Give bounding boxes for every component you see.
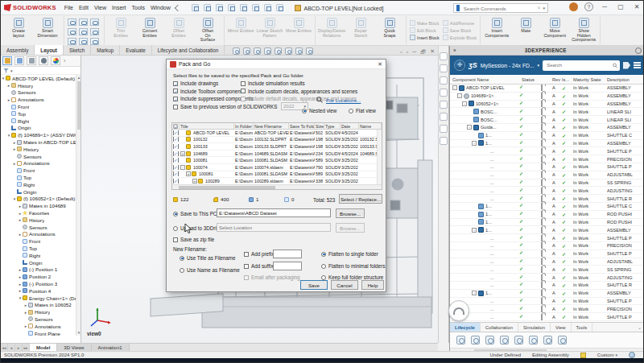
panel-menu-icon[interactable] <box>634 62 641 68</box>
zoom-fit-icon[interactable] <box>233 47 240 55</box>
ribbon-button[interactable]: Move Component <box>540 16 569 44</box>
panel-search-input[interactable] <box>545 62 611 68</box>
component-row[interactable]: ... A ✓ In Work ADJUSTING <box>450 187 644 195</box>
row-checkbox[interactable] <box>173 151 179 156</box>
save-zip-checkbox[interactable]: Save as zip file <box>173 237 214 242</box>
mate-icon[interactable] <box>521 18 531 28</box>
panel-gear-icon[interactable] <box>635 47 642 54</box>
bookmark-database-icon[interactable] <box>471 336 480 344</box>
menu-item[interactable]: View <box>94 5 106 10</box>
commandmanager-tab[interactable]: Evaluate <box>120 45 152 55</box>
file-explorer-icon[interactable] <box>440 101 448 109</box>
radio-icon[interactable] <box>302 109 307 113</box>
browse-button[interactable]: Browse... <box>336 208 365 218</box>
radio-icon[interactable] <box>349 109 353 113</box>
row-expand-icon[interactable]: + <box>186 171 191 176</box>
spline-icon[interactable] <box>90 28 99 35</box>
component-row[interactable]: 1... A ✓ In Work ROD PUSHI <box>450 211 644 219</box>
radio-icon[interactable] <box>321 264 326 269</box>
doc-restore-icon[interactable]: 🗗 <box>420 49 426 55</box>
featuremanager-tab-icon[interactable] <box>2 56 12 65</box>
tree-item[interactable]: Front <box>1 103 80 110</box>
arc-icon[interactable] <box>90 19 99 26</box>
component-row[interactable]: 1... A ✓ In Work SHUTTLE C <box>450 203 644 211</box>
cancel-button[interactable]: Cancel <box>331 280 358 290</box>
tree-item[interactable]: Origin <box>1 125 80 132</box>
component-row[interactable]: BOSC... A ✓ In Work LINEAR SLI <box>450 116 644 124</box>
component-row[interactable]: - 1... A ✓ In Work ASSEMBLY <box>450 226 644 234</box>
nested-view-radio[interactable]: Nested view <box>302 108 336 113</box>
help-button[interactable]: Help <box>361 280 384 290</box>
restore-button[interactable]: ▢ <box>616 3 625 10</box>
tree-item[interactable]: ▾ (f) 106052<1> (Default) <Al <box>1 196 80 203</box>
tree-expand-icon[interactable]: ▸ <box>18 211 23 216</box>
rectangle-icon[interactable] <box>68 28 76 35</box>
tree-item[interactable]: Origin <box>1 188 80 196</box>
component-row[interactable]: - 1... A ✓ In Work ASSEMBLY <box>450 140 644 148</box>
panel-tab[interactable]: Lifecycle <box>450 323 481 332</box>
tree-item[interactable]: Top <box>1 245 80 252</box>
display-delete-relations-icon[interactable] <box>327 18 337 28</box>
commandmanager-tab[interactable]: Markup <box>91 45 120 55</box>
checkbox-icon[interactable] <box>241 97 246 101</box>
table-row[interactable]: - 100074 E:\Datum100074.sldasmE:\Dataset… <box>172 164 382 171</box>
home-icon[interactable] <box>440 64 448 72</box>
threedexperience-icon[interactable] <box>440 52 448 60</box>
tree-item[interactable]: ▸ History <box>1 308 80 316</box>
tree-item[interactable]: ▸ Mates in 106052 <box>1 302 80 309</box>
search-icon[interactable] <box>538 5 541 11</box>
ribbon-block-button[interactable]: Save Block <box>443 27 477 33</box>
component-row[interactable]: ... A ✓ In Work SS SPRING <box>450 266 644 274</box>
home-icon[interactable] <box>192 4 199 11</box>
ribbon-button[interactable]: Insert Components <box>482 16 511 44</box>
row-checkbox[interactable] <box>173 158 179 163</box>
move-component-icon[interactable] <box>550 18 560 28</box>
tab-scroll-left-icon[interactable]: ◂ <box>8 344 15 351</box>
component-row[interactable]: ... A ✓ In Work ADJUSTING <box>450 274 644 282</box>
filter-icon[interactable] <box>3 68 9 73</box>
tree-item[interactable]: ▸ History <box>1 146 80 153</box>
polygon-icon[interactable] <box>79 28 88 35</box>
tree-scrollbar[interactable]: ▲ ▼ <box>76 75 80 336</box>
row-expand-icon[interactable]: - <box>472 228 477 233</box>
open-file-icon[interactable] <box>216 4 223 11</box>
view-settings-icon[interactable] <box>306 47 313 55</box>
tree-item[interactable]: ▸ Favorites <box>1 209 80 217</box>
tab-scroll-last-icon[interactable]: ▸▸ <box>23 344 30 351</box>
repair-sketch-icon[interactable] <box>356 18 366 28</box>
component-row[interactable]: BOSC... A ✓ In Work LINEAR SLI <box>450 108 644 116</box>
ribbon-button[interactable]: Display/Delete Relations <box>317 16 346 44</box>
tab-scroll-first-icon[interactable]: ◂◂ <box>1 344 8 351</box>
tree-item[interactable]: ▸ Position 4 <box>1 287 80 295</box>
display-style-icon[interactable] <box>264 47 271 55</box>
session-dropdown-icon[interactable]: ▾ <box>538 63 540 68</box>
doc-minimize-icon[interactable]: ─ <box>412 49 416 55</box>
linear-sketch-pattern-icon[interactable] <box>265 18 275 28</box>
include-checkbox[interactable]: Include simulation results <box>241 80 305 86</box>
flatten-single-radio[interactable]: Flatten to single folder <box>321 251 378 257</box>
row-expand-icon[interactable]: - <box>472 291 477 295</box>
component-row[interactable]: ... A ✓ In Work SHUTTLE P <box>450 234 644 242</box>
compare-icon[interactable] <box>558 336 567 344</box>
table-row[interactable]: 100081 E:\Datum100081.SLDASME:\Datasets\… <box>172 157 382 164</box>
point-icon[interactable] <box>79 38 88 45</box>
table-row[interactable]: + 100081 E:\Datum100081.SLDASME:\Dataset… <box>172 171 382 179</box>
row-checkbox[interactable] <box>173 130 179 135</box>
checkbox-icon[interactable] <box>173 89 178 93</box>
scroll-thumb[interactable] <box>77 81 80 130</box>
row-expand-icon[interactable]: + <box>180 151 185 156</box>
save-block-icon[interactable] <box>443 27 448 33</box>
ribbon-button[interactable]: Mate <box>511 16 540 44</box>
menu-item[interactable]: File <box>64 5 73 10</box>
ribbon-button[interactable]: Mirror Entities <box>226 16 255 44</box>
insert-block-icon[interactable] <box>410 35 415 40</box>
mirror-entities-icon[interactable] <box>236 18 246 28</box>
ribbon-block-button[interactable]: Explode Block <box>443 35 477 40</box>
commandmanager-tab[interactable]: Lifecycle and Collaboration <box>152 45 225 55</box>
radio-icon[interactable] <box>321 275 326 280</box>
make-block-icon[interactable] <box>410 20 415 26</box>
tree-item[interactable]: Right <box>1 252 80 259</box>
sync-icon[interactable] <box>500 336 509 344</box>
ribbon-button[interactable]: Repair Sketch <box>346 16 375 44</box>
component-row[interactable]: - ABCD-TOP LEVEL A ✓ In Work ASSEMBLY <box>450 85 644 93</box>
